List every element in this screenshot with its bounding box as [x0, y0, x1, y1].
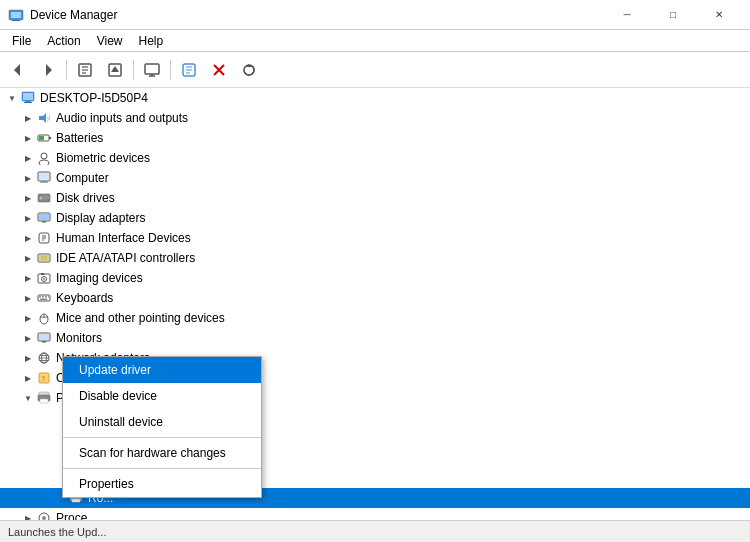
hid-icon [36, 230, 52, 246]
root-label: DESKTOP-I5D50P4 [40, 91, 148, 105]
context-menu-disable-device[interactable]: Disable device [63, 383, 261, 409]
svg-marker-5 [46, 64, 52, 76]
menu-help[interactable]: Help [131, 30, 172, 52]
svg-marker-11 [111, 66, 119, 72]
process-expand[interactable]: ▶ [20, 510, 36, 520]
biometric-expand[interactable]: ▶ [20, 150, 36, 166]
disk-expand[interactable]: ▶ [20, 190, 36, 206]
svg-rect-38 [41, 181, 47, 182]
computer-expand[interactable]: ▶ [20, 170, 36, 186]
batteries-label: Batteries [56, 131, 103, 145]
menu-bar: File Action View Help [0, 30, 750, 52]
tree-item-ide[interactable]: ▶ IDE ATA/ATAPI controllers [0, 248, 750, 268]
context-menu-update-driver[interactable]: Update driver [63, 357, 261, 383]
display-expand[interactable]: ▶ [20, 210, 36, 226]
title-bar-text: Device Manager [30, 8, 604, 22]
svg-rect-61 [39, 296, 41, 298]
update-driver-button[interactable] [101, 56, 129, 84]
refresh-button[interactable] [235, 56, 263, 84]
print-expand[interactable]: ▼ [20, 390, 36, 406]
computer-icon [20, 90, 36, 106]
properties-button[interactable] [71, 56, 99, 84]
tree-item-batteries[interactable]: ▶ Batteries [0, 128, 750, 148]
biometric-icon [36, 150, 52, 166]
svg-rect-25 [23, 93, 33, 100]
imaging-label: Imaging devices [56, 271, 143, 285]
network-icon [36, 350, 52, 366]
title-bar: Device Manager ─ □ ✕ [0, 0, 750, 30]
svg-rect-64 [48, 296, 49, 298]
svg-point-41 [40, 197, 43, 200]
process-label: Proce... [56, 511, 97, 520]
tree-item-computer[interactable]: ▶ Computer [0, 168, 750, 188]
biometric-label: Biometric devices [56, 151, 150, 165]
batteries-expand[interactable]: ▶ [20, 130, 36, 146]
svg-rect-82 [40, 399, 48, 403]
mice-icon [36, 310, 52, 326]
tree-panel[interactable]: ▼ DESKTOP-I5D50P4 ▶ ) ) Aud [0, 88, 750, 520]
tree-item-mice[interactable]: ▶ Mice and other pointing devices [0, 308, 750, 328]
disable-device-label: Disable device [79, 389, 157, 403]
monitors-expand[interactable]: ▶ [20, 330, 36, 346]
tree-item-audio[interactable]: ▶ ) ) Audio inputs and outputs [0, 108, 750, 128]
svg-point-34 [41, 153, 47, 159]
hid-expand[interactable]: ▶ [20, 230, 36, 246]
menu-action[interactable]: Action [39, 30, 88, 52]
close-button[interactable]: ✕ [696, 0, 742, 30]
svg-rect-45 [39, 214, 49, 220]
imaging-expand[interactable]: ▶ [20, 270, 36, 286]
context-menu-uninstall-device[interactable]: Uninstall device [63, 409, 261, 435]
tree-item-display[interactable]: ▶ Display adapters [0, 208, 750, 228]
update-driver-label: Update driver [79, 363, 151, 377]
menu-view[interactable]: View [89, 30, 131, 52]
audio-icon: ) ) [36, 110, 52, 126]
hid-label: Human Interface Devices [56, 231, 191, 245]
tree-root[interactable]: ▼ DESKTOP-I5D50P4 [0, 88, 750, 108]
scan-button[interactable] [175, 56, 203, 84]
network-expand[interactable]: ▶ [20, 350, 36, 366]
forward-button[interactable] [34, 56, 62, 84]
back-button[interactable] [4, 56, 32, 84]
svg-rect-32 [49, 137, 51, 139]
toolbar-sep-2 [133, 60, 134, 80]
menu-file[interactable]: File [4, 30, 39, 52]
tree-item-keyboards[interactable]: ▶ Keyboards [0, 288, 750, 308]
display-label: Display adapters [56, 211, 145, 225]
other-expand[interactable]: ▶ [20, 370, 36, 386]
svg-point-100 [42, 516, 46, 520]
context-menu-scan[interactable]: Scan for hardware changes [63, 440, 261, 466]
ide-icon [36, 250, 52, 266]
tree-item-hid[interactable]: ▶ Human Interface Devices [0, 228, 750, 248]
mice-label: Mice and other pointing devices [56, 311, 225, 325]
status-bar: Launches the Upd... [0, 520, 750, 542]
svg-rect-53 [39, 255, 49, 261]
audio-expand[interactable]: ▶ [20, 110, 36, 126]
tree-item-monitors[interactable]: ▶ Monitors [0, 328, 750, 348]
minimize-button[interactable]: ─ [604, 0, 650, 30]
svg-rect-63 [45, 296, 47, 298]
context-menu-sep1 [63, 437, 261, 438]
delete-button[interactable] [205, 56, 233, 84]
svg-rect-27 [24, 102, 32, 103]
maximize-button[interactable]: □ [650, 0, 696, 30]
svg-point-59 [43, 278, 45, 280]
display-button[interactable] [138, 56, 166, 84]
svg-text:): ) [49, 114, 51, 120]
svg-rect-70 [39, 334, 49, 340]
monitors-label: Monitors [56, 331, 102, 345]
root-expand[interactable]: ▼ [4, 90, 20, 106]
context-menu-properties[interactable]: Properties [63, 471, 261, 497]
ide-expand[interactable]: ▶ [20, 250, 36, 266]
keyboards-expand[interactable]: ▶ [20, 290, 36, 306]
tree-item-biometric[interactable]: ▶ Biometric devices [0, 148, 750, 168]
svg-rect-1 [11, 12, 21, 18]
tree-item-process[interactable]: ▶ Proce... [0, 508, 200, 520]
tree-item-imaging[interactable]: ▶ Imaging devices [0, 268, 750, 288]
svg-rect-26 [25, 101, 31, 102]
print-icon [36, 390, 52, 406]
tree-item-disk[interactable]: ▶ Disk drives [0, 188, 750, 208]
mice-expand[interactable]: ▶ [20, 310, 36, 326]
batteries-icon [36, 130, 52, 146]
keyboards-icon [36, 290, 52, 306]
main-area: ▼ DESKTOP-I5D50P4 ▶ ) ) Aud [0, 88, 750, 520]
